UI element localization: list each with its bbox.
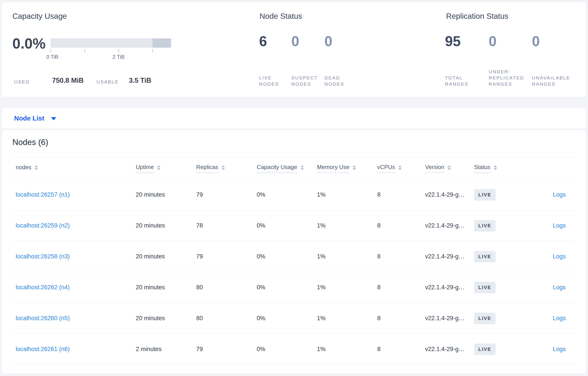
table-body: localhost:26257 (n1) 20 minutes 79 0% 1%… (12, 179, 576, 365)
total-ranges-value: 95 (445, 33, 489, 49)
col-header-uptime[interactable]: Uptime (136, 164, 196, 173)
replicas-cell: 79 (196, 346, 257, 353)
axis-tick (51, 49, 51, 52)
table-row: localhost:26261 (n6) 2 minutes 79 0% 1% … (12, 334, 576, 365)
suspect-nodes-stat: 0 SUSPECT NODES (291, 33, 325, 87)
replicas-cell: 79 (196, 253, 257, 260)
dead-nodes-label: DEAD NODES (325, 75, 352, 87)
col-header-replicas[interactable]: Replicas (196, 164, 257, 173)
node-link[interactable]: localhost:26261 (n6) (16, 346, 70, 352)
node-link[interactable]: localhost:26257 (n1) (16, 191, 70, 198)
table-row: localhost:26259 (n2) 20 minutes 78 0% 1%… (12, 210, 576, 241)
capacity-used-percent: 0.0% (12, 36, 45, 52)
sort-icon (447, 165, 451, 170)
col-header-memory-use[interactable]: Memory Use (317, 164, 377, 173)
suspect-nodes-value: 0 (291, 33, 325, 49)
replication-status-stats: 95 TOTAL RANGES 0 UNDER-REPLICATED RANGE… (445, 33, 586, 87)
version-cell: v22.1.4-29-g… (425, 222, 474, 229)
capacity-usage-bar: 0 TiB 2 TiB (51, 38, 171, 63)
axis-tick-label: 2 TiB (113, 54, 125, 60)
nodes-table-panel: Nodes (6) nodes Uptime Replicas Capacity… (2, 130, 586, 374)
live-nodes-value: 6 (259, 33, 291, 49)
uptime-cell: 20 minutes (136, 222, 196, 229)
logs-link[interactable]: Logs (553, 315, 566, 322)
under-replicated-ranges-label: UNDER-REPLICATED RANGES (489, 69, 532, 87)
col-header-capacity-usage[interactable]: Capacity Usage (257, 164, 317, 173)
total-ranges-stat: 95 TOTAL RANGES (445, 33, 489, 87)
status-badge: LIVE (474, 220, 495, 231)
node-link[interactable]: localhost:26262 (n4) (16, 284, 70, 291)
replicas-cell: 80 (196, 315, 257, 322)
version-cell: v22.1.4-29-g… (425, 284, 474, 291)
status-badge: LIVE (474, 251, 495, 262)
logs-link[interactable]: Logs (553, 284, 566, 291)
status-badge: LIVE (474, 313, 495, 324)
vcpus-cell: 8 (377, 315, 425, 322)
live-nodes-stat: 6 LIVE NODES (259, 33, 291, 87)
vcpus-cell: 8 (377, 222, 425, 229)
nodes-section-title: Nodes (6) (12, 138, 48, 147)
logs-link[interactable]: Logs (553, 253, 566, 260)
col-header-nodes[interactable]: nodes (12, 164, 136, 173)
cluster-overview-panel: Capacity Usage 0.0% 0 TiB 2 TiB USED 750… (2, 2, 586, 97)
logs-link[interactable]: Logs (553, 346, 566, 352)
table-header-row: nodes Uptime Replicas Capacity Usage Mem… (12, 157, 576, 179)
replicas-cell: 80 (196, 284, 257, 291)
node-list-dropdown-label: Node List (14, 115, 44, 122)
uptime-cell: 20 minutes (136, 191, 196, 198)
memory-cell: 1% (317, 284, 377, 291)
capacity-stats-row: USED 750.8 MiB USABLE 3.5 TiB (14, 77, 213, 87)
sort-icon (300, 165, 304, 170)
axis-tick (118, 49, 119, 52)
used-value: 750.8 MiB (52, 77, 84, 84)
dead-nodes-value: 0 (325, 33, 362, 49)
capacity-cell: 0% (257, 253, 317, 260)
node-status-stats: 6 LIVE NODES 0 SUSPECT NODES 0 DEAD NODE… (259, 33, 362, 87)
col-header-vcpus[interactable]: vCPUs (377, 164, 425, 173)
sort-icon (34, 165, 38, 170)
uptime-cell: 2 minutes (136, 346, 196, 353)
memory-cell: 1% (317, 222, 377, 229)
dead-nodes-stat: 0 DEAD NODES (325, 33, 362, 87)
table-row: localhost:26257 (n1) 20 minutes 79 0% 1%… (12, 179, 576, 210)
uptime-cell: 20 minutes (136, 253, 196, 260)
sort-icon (398, 165, 402, 170)
uptime-cell: 20 minutes (136, 315, 196, 322)
node-link[interactable]: localhost:26259 (n2) (16, 222, 70, 229)
axis-tick (84, 49, 85, 52)
replication-status-title: Replication Status (446, 12, 508, 21)
suspect-nodes-label: SUSPECT NODES (291, 75, 319, 87)
vcpus-cell: 8 (377, 253, 425, 260)
capacity-bar-reserved-segment (153, 38, 171, 48)
unavailable-ranges-stat: 0 UNAVAILABLE RANGES (532, 33, 586, 87)
axis-tick-label: 0 TiB (46, 54, 59, 60)
logs-link[interactable]: Logs (553, 191, 566, 198)
node-status-title: Node Status (260, 12, 302, 21)
vcpus-cell: 8 (377, 346, 425, 353)
col-header-version[interactable]: Version (425, 164, 474, 173)
status-badge: LIVE (474, 344, 495, 355)
sort-icon (221, 165, 225, 170)
vcpus-cell: 8 (377, 284, 425, 291)
memory-cell: 1% (317, 253, 377, 260)
under-replicated-ranges-value: 0 (489, 33, 532, 49)
version-cell: v22.1.4-29-g… (425, 315, 474, 322)
unavailable-ranges-label: UNAVAILABLE RANGES (532, 75, 584, 87)
under-replicated-ranges-stat: 0 UNDER-REPLICATED RANGES (489, 33, 532, 87)
replicas-cell: 79 (196, 191, 257, 198)
view-selector-bar: Node List (2, 108, 586, 129)
version-cell: v22.1.4-29-g… (425, 346, 474, 353)
live-nodes-label: LIVE NODES (259, 75, 287, 87)
table-row: localhost:26262 (n4) 20 minutes 80 0% 1%… (12, 272, 576, 303)
col-header-status[interactable]: Status (474, 164, 518, 173)
logs-link[interactable]: Logs (553, 222, 566, 229)
capacity-cell: 0% (257, 315, 317, 322)
node-link[interactable]: localhost:26260 (n5) (16, 315, 70, 322)
table-row: localhost:26260 (n5) 20 minutes 80 0% 1%… (12, 303, 576, 334)
replicas-cell: 78 (196, 222, 257, 229)
node-list-dropdown[interactable]: Node List (14, 108, 56, 129)
capacity-cell: 0% (257, 191, 317, 198)
version-cell: v22.1.4-29-g… (425, 253, 474, 260)
node-link[interactable]: localhost:26258 (n3) (16, 253, 70, 260)
memory-cell: 1% (317, 191, 377, 198)
